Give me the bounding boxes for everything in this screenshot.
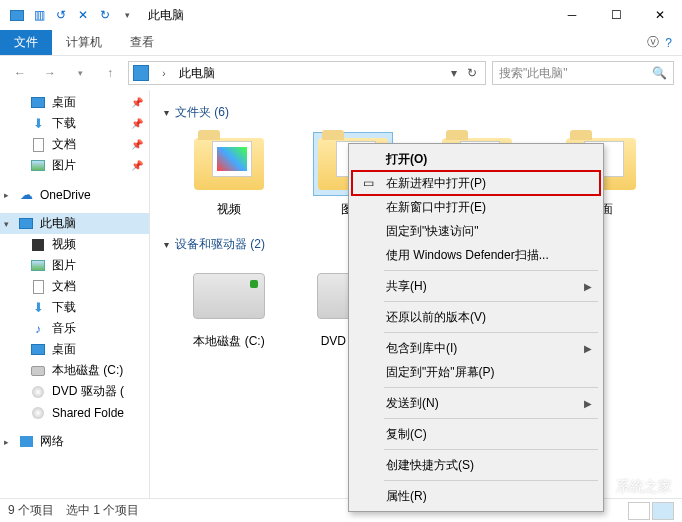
sidebar-label: 网络 (40, 433, 64, 450)
menu-pin-start[interactable]: 固定到"开始"屏幕(P) (352, 360, 600, 384)
sidebar-item[interactable]: 本地磁盘 (C:) (0, 360, 149, 381)
view-icons-button[interactable] (652, 502, 674, 520)
menu-defender-scan[interactable]: 使用 Windows Defender扫描... (352, 243, 600, 267)
folder-icon (212, 141, 252, 177)
item-label: 视频 (217, 201, 241, 218)
history-qat-icon[interactable]: ↻ (96, 6, 114, 24)
chevron-down-icon: ▾ (164, 239, 169, 250)
dvd-icon (30, 405, 46, 421)
group-label: 文件夹 (6) (175, 104, 229, 121)
help-icon[interactable]: ? (665, 36, 672, 50)
group-header-folders[interactable]: ▾ 文件夹 (6) (164, 104, 668, 121)
menu-copy[interactable]: 复制(C) (352, 422, 600, 446)
chevron-right-icon[interactable]: ▸ (4, 437, 9, 447)
chevron-right-icon: ▶ (584, 343, 592, 354)
nav-up-button[interactable]: ↑ (98, 61, 122, 85)
item-label: 本地磁盘 (C:) (193, 333, 264, 350)
sidebar-item-label: 文档 (52, 278, 76, 295)
properties-qat-icon[interactable]: ▥ (30, 6, 48, 24)
menu-open-new-process[interactable]: ▭ 在新进程中打开(P) (352, 171, 600, 195)
down-icon: ⬇ (30, 300, 46, 316)
separator (384, 449, 598, 450)
search-placeholder: 搜索"此电脑" (499, 65, 568, 82)
qat-dropdown-icon[interactable]: ▾ (118, 6, 136, 24)
sidebar-item-label: 下载 (52, 299, 76, 316)
search-input[interactable]: 搜索"此电脑" 🔍 (492, 61, 674, 85)
sidebar-onedrive[interactable]: ▸ ☁ OneDrive (0, 184, 149, 205)
pin-icon: 📌 (131, 160, 143, 171)
chevron-right-icon[interactable]: ▸ (4, 190, 9, 200)
sidebar-item[interactable]: ⬇下载 (0, 297, 149, 318)
window-title: 此电脑 (148, 7, 184, 24)
nav-back-button[interactable]: ← (8, 61, 32, 85)
address-dropdown-icon[interactable]: ▾ (445, 66, 463, 80)
dvd-icon (30, 384, 46, 400)
chevron-down-icon[interactable]: ▾ (4, 219, 9, 229)
separator (384, 418, 598, 419)
folder-item[interactable]: 视频 (188, 133, 270, 218)
app-icon (8, 6, 26, 24)
sidebar-label: OneDrive (40, 188, 91, 202)
status-count: 9 个项目 (8, 502, 54, 519)
drive-icon (30, 363, 46, 379)
menu-create-shortcut[interactable]: 创建快捷方式(S) (352, 453, 600, 477)
sidebar-thispc[interactable]: ▾ 此电脑 (0, 213, 149, 234)
drive-icon (193, 273, 265, 319)
ribbon-expand-icon[interactable]: ⓥ (647, 34, 659, 51)
menu-open[interactable]: 打开(O) (352, 147, 600, 171)
pic-icon (30, 258, 46, 274)
close-button[interactable]: ✕ (638, 0, 682, 30)
address-bar-row: ← → ▾ ↑ › 此电脑 ▾ ↻ 搜索"此电脑" 🔍 (0, 56, 682, 90)
tab-computer[interactable]: 计算机 (52, 30, 116, 55)
title-bar: ▥ ↺ ✕ ↻ ▾ 此电脑 ─ ☐ ✕ (0, 0, 682, 30)
down-icon: ⬇ (30, 116, 46, 132)
menu-pin-quick-access[interactable]: 固定到"快速访问" (352, 219, 600, 243)
sidebar-item[interactable]: 文档📌 (0, 134, 149, 155)
pin-icon: 📌 (131, 97, 143, 108)
menu-include-library[interactable]: 包含到库中(I)▶ (352, 336, 600, 360)
address-bar[interactable]: › 此电脑 ▾ ↻ (128, 61, 486, 85)
sidebar-item[interactable]: ⬇下载📌 (0, 113, 149, 134)
sidebar-item[interactable]: 桌面📌 (0, 92, 149, 113)
sidebar-item[interactable]: 桌面 (0, 339, 149, 360)
nav-forward-button[interactable]: → (38, 61, 62, 85)
address-location: 此电脑 (179, 65, 215, 82)
sidebar-item[interactable]: 图片 (0, 255, 149, 276)
sidebar-item[interactable]: Shared Folde (0, 402, 149, 423)
sidebar-item[interactable]: 文档 (0, 276, 149, 297)
undo-qat-icon[interactable]: ↺ (52, 6, 70, 24)
tab-view[interactable]: 查看 (116, 30, 168, 55)
separator (384, 301, 598, 302)
nav-recent-dropdown[interactable]: ▾ (68, 61, 92, 85)
sidebar-item-label: 文档 (52, 136, 76, 153)
window-icon: ▭ (360, 175, 376, 191)
sidebar-item[interactable]: 视频 (0, 234, 149, 255)
sidebar-item[interactable]: 图片📌 (0, 155, 149, 176)
view-details-button[interactable] (628, 502, 650, 520)
minimize-button[interactable]: ─ (550, 0, 594, 30)
group-label: 设备和驱动器 (2) (175, 236, 265, 253)
sidebar-item[interactable]: ♪音乐 (0, 318, 149, 339)
pc-icon (19, 218, 33, 229)
menu-share[interactable]: 共享(H)▶ (352, 274, 600, 298)
menu-open-new-window[interactable]: 在新窗口中打开(E) (352, 195, 600, 219)
sidebar-item[interactable]: DVD 驱动器 ( (0, 381, 149, 402)
menu-send-to[interactable]: 发送到(N)▶ (352, 391, 600, 415)
chevron-right-icon[interactable]: › (155, 68, 173, 79)
sidebar-network[interactable]: ▸ 网络 (0, 431, 149, 452)
sidebar-item-label: 图片 (52, 157, 76, 174)
pic-icon (30, 158, 46, 174)
vid-icon (30, 237, 46, 253)
sidebar-item-label: 图片 (52, 257, 76, 274)
sidebar-item-label: 视频 (52, 236, 76, 253)
desktop-icon (30, 95, 46, 111)
maximize-button[interactable]: ☐ (594, 0, 638, 30)
drive-item[interactable]: 本地磁盘 (C:) (188, 265, 270, 350)
ribbon: 文件 计算机 查看 ⓥ ? (0, 30, 682, 56)
menu-restore-versions[interactable]: 还原以前的版本(V) (352, 305, 600, 329)
menu-properties[interactable]: 属性(R) (352, 484, 600, 508)
separator (384, 387, 598, 388)
refresh-icon[interactable]: ↻ (463, 66, 481, 80)
redo-qat-icon[interactable]: ✕ (74, 6, 92, 24)
tab-file[interactable]: 文件 (0, 30, 52, 55)
